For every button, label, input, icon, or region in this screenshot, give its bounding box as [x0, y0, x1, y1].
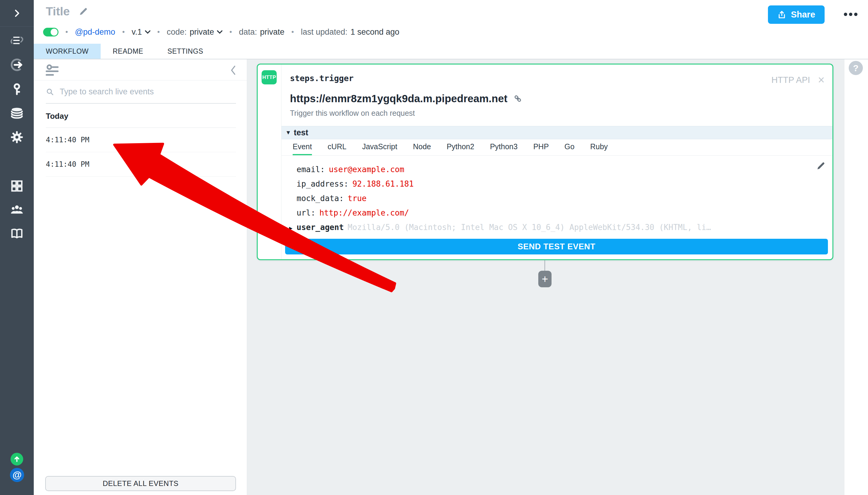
workflow-meta-row: • @pd-demo • v.1 • code: private • data:… — [43, 25, 399, 39]
workflows-icon — [10, 33, 24, 47]
collapse-left-icon[interactable] — [229, 65, 237, 76]
event-data-row-expandable[interactable]: ▶user_agentMozilla/5.0 (Macintosh; Intel… — [289, 220, 814, 235]
last-updated: last updated: 1 second ago — [301, 28, 399, 37]
docs-book-icon — [10, 227, 24, 241]
event-data-row: ip_address:92.188.61.181 — [289, 177, 814, 191]
apps-grid-icon — [10, 179, 24, 193]
link-icon[interactable] — [513, 94, 523, 103]
overflow-menu-button[interactable] — [844, 13, 857, 16]
workflow-header: Title Share • @pd-demo • v.1 • co — [34, 0, 868, 44]
http-step-badge: HTTP — [262, 70, 277, 84]
tab-workflow[interactable]: WORKFLOW — [34, 44, 101, 59]
main-tabbar: WORKFLOW README SETTINGS — [34, 44, 868, 59]
delete-all-events-button[interactable]: DELETE ALL EVENTS — [45, 476, 236, 491]
tab-python3[interactable]: Python3 — [490, 139, 518, 155]
bullet-separator: • — [65, 28, 68, 36]
upgrade-arrow-icon — [13, 455, 21, 463]
support-at-icon: @ — [12, 470, 21, 480]
workflow-canvas: HTTP steps.trigger HTTP API × https://en… — [247, 59, 845, 495]
close-icon[interactable]: × — [818, 74, 824, 86]
tab-settings[interactable]: SETTINGS — [155, 44, 215, 59]
tab-node[interactable]: Node — [413, 139, 431, 155]
sidebar-item-community[interactable] — [10, 202, 24, 216]
event-source-icon — [10, 58, 24, 72]
trigger-card-header: steps.trigger HTTP API × https://enmr8zm… — [281, 65, 832, 126]
event-search-row — [46, 87, 236, 104]
sidebar-expand-button[interactable] — [0, 0, 34, 27]
event-search-input[interactable] — [60, 87, 236, 97]
test-event-data: email:user@example.com ip_address:92.188… — [281, 156, 832, 236]
help-button[interactable]: ? — [849, 61, 863, 75]
test-section-label: test — [294, 128, 308, 137]
step-gutter: HTTP — [258, 65, 281, 259]
data-value: 92.188.61.181 — [352, 180, 414, 188]
tab-event[interactable]: Event — [293, 139, 312, 155]
code-label: code: — [167, 28, 187, 37]
data-value: user@example.com — [329, 165, 404, 174]
page-title: Title — [46, 5, 70, 18]
send-test-event-button[interactable]: SEND TEST EVENT — [285, 239, 828, 254]
edit-event-pencil-icon[interactable] — [816, 161, 826, 171]
data-label: data: — [239, 28, 257, 37]
version-dropdown[interactable]: v.1 — [132, 28, 151, 37]
triangle-down-icon: ▼ — [285, 129, 291, 136]
trigger-step-card[interactable]: HTTP steps.trigger HTTP API × https://en… — [257, 64, 833, 260]
right-gutter — [845, 59, 868, 495]
tab-go[interactable]: Go — [565, 139, 574, 155]
event-data-row: mock_data:true — [289, 191, 814, 206]
step-type-label: HTTP API — [771, 75, 810, 85]
filter-events-icon[interactable] — [45, 63, 60, 78]
account-link[interactable]: @pd-demo — [75, 28, 115, 37]
step-connector-line — [544, 260, 545, 271]
event-list-item[interactable]: 4:11:40 PM — [46, 128, 236, 152]
events-group-label: Today — [46, 112, 236, 128]
endpoint-url[interactable]: https://enmr8zm1ygqk9da.m.pipedream.net — [290, 92, 507, 105]
support-at-button[interactable]: @ — [10, 468, 24, 482]
chevron-down-icon — [217, 30, 222, 34]
sidebar-item-settings[interactable] — [10, 130, 24, 144]
key-icon — [10, 82, 24, 96]
tab-php[interactable]: PHP — [533, 139, 549, 155]
code-visibility-dropdown[interactable]: code: private — [167, 28, 222, 37]
data-key: url: — [297, 208, 315, 217]
share-upload-icon — [777, 10, 786, 19]
add-step-button[interactable]: + — [538, 271, 552, 287]
version-value: v.1 — [132, 28, 142, 37]
chevron-down-icon — [145, 30, 151, 34]
sidebar-item-sources[interactable] — [10, 58, 24, 72]
share-button[interactable]: Share — [768, 5, 824, 24]
tab-javascript[interactable]: JavaScript — [362, 139, 397, 155]
data-key: user_agent — [297, 223, 344, 232]
community-icon — [10, 202, 24, 216]
tab-readme[interactable]: README — [101, 44, 155, 59]
data-key: mock_data: — [297, 194, 344, 203]
gear-icon — [10, 130, 24, 144]
test-section-header[interactable]: ▼ test — [281, 126, 832, 139]
share-button-label: Share — [791, 10, 815, 20]
sidebar-item-apps[interactable] — [10, 179, 24, 193]
sidebar-item-sql[interactable] — [10, 106, 24, 120]
tab-ruby[interactable]: Ruby — [590, 139, 608, 155]
sidebar-item-workflows[interactable] — [10, 33, 24, 47]
data-value: http://example.com/ — [319, 208, 409, 217]
data-value: true — [348, 194, 367, 203]
event-data-row: email:user@example.com — [289, 162, 814, 177]
sidebar-item-auths[interactable] — [10, 82, 24, 96]
edit-title-pencil-icon[interactable] — [79, 7, 88, 16]
sidebar-item-docs[interactable] — [10, 227, 24, 241]
workflow-active-toggle[interactable] — [43, 28, 58, 36]
tab-curl[interactable]: cURL — [328, 139, 347, 155]
data-visibility-value: private — [260, 28, 284, 37]
last-updated-value: 1 second ago — [350, 28, 399, 37]
data-key: email: — [297, 165, 325, 174]
triangle-right-icon: ▶ — [289, 221, 297, 235]
event-data-row: url:http://example.com/ — [289, 206, 814, 220]
trigger-description: Trigger this workflow on each request — [290, 109, 823, 118]
event-list-item[interactable]: 4:11:40 PM — [46, 152, 236, 177]
data-value: Mozilla/5.0 (Macintosh; Intel Mac OS X 1… — [348, 223, 711, 232]
upgrade-button[interactable] — [11, 453, 23, 465]
tab-python2[interactable]: Python2 — [447, 139, 474, 155]
events-panel-toolbar — [34, 59, 247, 81]
search-icon — [46, 88, 54, 96]
data-visibility: data: private — [239, 28, 284, 37]
